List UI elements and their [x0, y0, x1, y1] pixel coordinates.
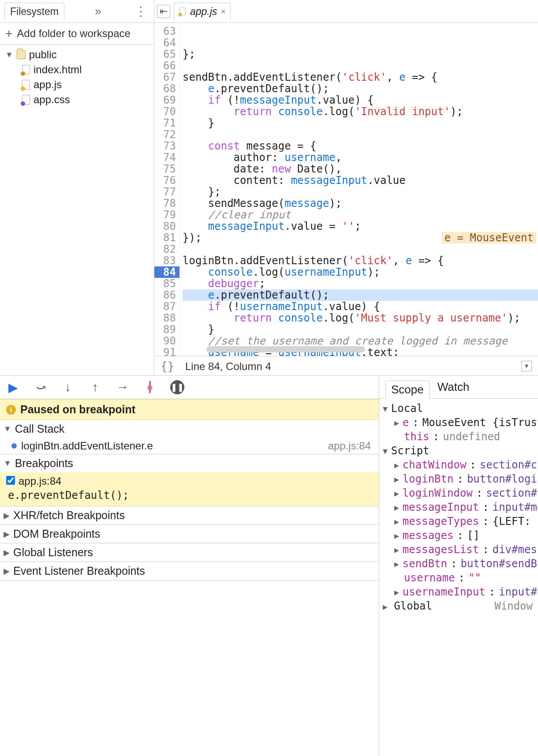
toggle-sidebar-button[interactable]: ⇤ — [157, 5, 170, 18]
global-listeners-section[interactable]: ▶Global Listeners — [0, 543, 379, 562]
caret-down-icon: ▼ — [4, 424, 11, 434]
breakpoint-code: e.preventDefault(); — [6, 487, 373, 502]
caret-right-icon: ▶ — [4, 511, 10, 520]
file-row[interactable]: app.css — [0, 92, 154, 107]
sidebar-more-tabs-icon[interactable]: » — [92, 4, 104, 18]
sidebar-tab-filesystem[interactable]: Filesystem — [4, 3, 64, 20]
watch-tab[interactable]: Watch — [437, 380, 470, 394]
folder-row[interactable]: ▼ public — [0, 47, 154, 62]
stack-frame-row[interactable]: loginBtn.addEventListener.e app.js:84 — [0, 438, 379, 454]
horizontal-scrollbar[interactable] — [206, 346, 365, 352]
sidebar-menu-icon[interactable]: ⋮ — [132, 4, 149, 19]
caret-down-icon: ▼ — [5, 50, 13, 60]
step-into-button[interactable]: ↓ — [61, 380, 75, 394]
code-editor[interactable]: 6364656667686970717273747576777879808182… — [154, 23, 538, 356]
format-icon[interactable]: {} — [161, 359, 182, 373]
pause-exceptions-button[interactable]: ❚❚ — [170, 380, 184, 394]
breakpoints-header[interactable]: ▼ Breakpoints — [0, 454, 379, 472]
folder-name: public — [29, 49, 57, 61]
step-out-button[interactable]: ↑ — [88, 380, 102, 394]
caret-right-icon: ▶ — [4, 529, 10, 539]
breakpoint-row[interactable]: app.js:84 e.preventDefault(); — [0, 472, 379, 506]
scope-tree[interactable]: ▼Local▶e: MouseEvent {isTrustedthis: und… — [379, 399, 538, 756]
inline-hint: e = MouseEvent — [442, 232, 536, 243]
file-row[interactable]: app.js — [0, 77, 154, 92]
css-file-icon — [22, 95, 30, 105]
file-name: index.html — [34, 64, 82, 76]
xhr-breakpoints-section[interactable]: ▶XHR/fetch Breakpoints — [0, 506, 379, 525]
line-gutter: 6364656667686970717273747576777879808182… — [154, 23, 180, 356]
editor-statusbar: {} Line 84, Column 4 ▾ — [154, 356, 538, 375]
file-tree: ▼ public index.html app.js app.css — [0, 45, 154, 110]
filesystem-sidebar: Filesystem » ⋮ + Add folder to workspace… — [0, 0, 154, 375]
editor-column: ⇤ app.js × 63646566676869707172737475767… — [154, 0, 538, 375]
breakpoints-section: ▼ Breakpoints app.js:84 e.preventDefault… — [0, 454, 379, 506]
statusbar-dropdown-icon[interactable]: ▾ — [521, 361, 532, 371]
pause-reason-label: Paused on breakpoint — [20, 403, 135, 416]
file-name: app.js — [34, 79, 62, 91]
file-name: app.css — [34, 94, 70, 106]
active-frame-icon — [11, 443, 17, 449]
js-file-icon — [22, 80, 30, 90]
sidebar-header: Filesystem » ⋮ — [0, 0, 154, 23]
stack-frame-location: app.js:84 — [328, 440, 371, 452]
debugger-right-panel: Scope Watch ▼Local▶e: MouseEvent {isTrus… — [379, 376, 538, 756]
caret-down-icon: ▼ — [4, 459, 11, 468]
editor-tab-appjs[interactable]: app.js × — [174, 3, 231, 21]
editor-tabbar: ⇤ app.js × — [154, 0, 538, 23]
plus-icon: + — [5, 26, 12, 41]
close-tab-icon[interactable]: × — [220, 7, 226, 17]
code-lines[interactable]: };sendBtn.addEventListener('click', e =>… — [180, 23, 538, 356]
scope-tab[interactable]: Scope — [385, 381, 430, 399]
editor-tab-label: app.js — [190, 6, 217, 18]
scope-watch-tabs: Scope Watch — [379, 376, 538, 399]
folder-icon — [17, 50, 26, 59]
step-over-button[interactable]: ⤻ — [34, 380, 48, 394]
file-row[interactable]: index.html — [0, 62, 154, 77]
add-folder-label: Add folder to workspace — [17, 27, 130, 40]
add-folder-button[interactable]: + Add folder to workspace — [0, 23, 154, 45]
cursor-position: Line 84, Column 4 — [185, 360, 271, 372]
info-icon: i — [6, 405, 16, 415]
call-stack-section: ▼ Call Stack loginBtn.addEventListener.e… — [0, 420, 379, 454]
pause-reason-banner: i Paused on breakpoint — [0, 399, 379, 420]
caret-right-icon: ▶ — [4, 566, 10, 576]
debugger-left-panel: ▶ ⤻ ↓ ↑ → ● ❚❚ i Paused on breakpoint ▼ … — [0, 376, 379, 756]
js-file-icon — [179, 7, 186, 15]
deactivate-breakpoints-button[interactable]: ● — [143, 380, 157, 394]
caret-right-icon: ▶ — [4, 548, 10, 558]
dom-breakpoints-section[interactable]: ▶DOM Breakpoints — [0, 525, 379, 543]
step-button[interactable]: → — [116, 380, 130, 394]
breakpoint-checkbox[interactable] — [6, 476, 15, 485]
call-stack-header[interactable]: ▼ Call Stack — [0, 420, 379, 438]
debugger-toolbar: ▶ ⤻ ↓ ↑ → ● ❚❚ — [0, 376, 379, 399]
html-file-icon — [22, 65, 30, 75]
event-listener-breakpoints-section[interactable]: ▶Event Listener Breakpoints — [0, 562, 379, 580]
resume-button[interactable]: ▶ — [6, 380, 20, 394]
